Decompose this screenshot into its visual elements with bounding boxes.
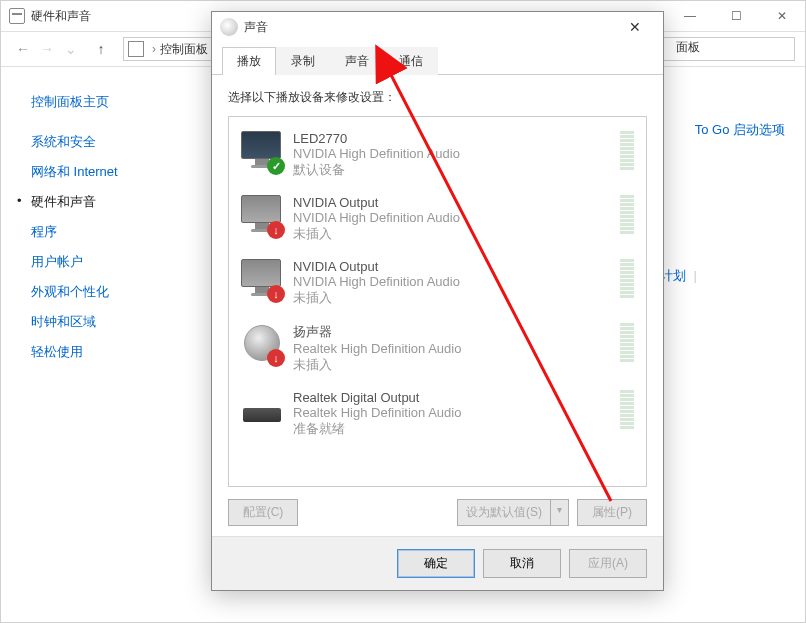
device-name: NVIDIA Output: [293, 195, 612, 210]
tab-playback[interactable]: 播放: [222, 47, 276, 75]
bg-window-title: 硬件和声音: [31, 8, 91, 25]
device-list[interactable]: ✓ LED2770 NVIDIA High Definition Audio 默…: [228, 116, 647, 487]
monitor-icon: ↓: [241, 195, 283, 237]
maximize-button[interactable]: ☐: [713, 1, 759, 31]
device-name: Realtek Digital Output: [293, 390, 612, 405]
sidebar-item-hardware[interactable]: 硬件和声音: [31, 187, 201, 217]
dropdown-caret-icon[interactable]: ▾: [550, 500, 568, 525]
level-meter: [620, 259, 634, 298]
level-meter: [620, 131, 634, 170]
level-meter: [620, 195, 634, 234]
tab-recording[interactable]: 录制: [276, 47, 330, 75]
close-bg-button[interactable]: ✕: [759, 1, 805, 31]
unplugged-overlay-icon: ↓: [267, 221, 285, 239]
device-desc: NVIDIA High Definition Audio: [293, 210, 612, 225]
monitor-icon: ✓: [241, 131, 283, 173]
unplugged-overlay-icon: ↓: [267, 349, 285, 367]
device-desc: Realtek High Definition Audio: [293, 341, 612, 356]
sidebar-item-access[interactable]: 轻松使用: [31, 337, 201, 367]
set-default-button[interactable]: 设为默认值(S) ▾: [457, 499, 569, 526]
window-icon: [9, 8, 25, 24]
cancel-button[interactable]: 取消: [483, 549, 561, 578]
device-name: NVIDIA Output: [293, 259, 612, 274]
device-item[interactable]: ↓ 扬声器 Realtek High Definition Audio 未插入: [233, 315, 642, 382]
sidebar-item-system[interactable]: 系统和安全: [31, 127, 201, 157]
sidebar-item-appearance[interactable]: 外观和个性化: [31, 277, 201, 307]
device-status: 未插入: [293, 356, 612, 374]
device-desc: Realtek High Definition Audio: [293, 405, 612, 420]
tab-sounds[interactable]: 声音: [330, 47, 384, 75]
nav-forward-icon[interactable]: →: [35, 41, 59, 57]
device-status: 未插入: [293, 289, 612, 307]
level-meter: [620, 390, 634, 429]
minimize-button[interactable]: —: [667, 1, 713, 31]
sound-dialog-icon: [220, 18, 238, 36]
speaker-icon: ↓: [241, 323, 283, 365]
tab-strip: 播放 录制 声音 通信: [212, 46, 663, 75]
dialog-title: 声音: [244, 19, 268, 36]
divider: |: [694, 268, 697, 283]
unplugged-overlay-icon: ↓: [267, 285, 285, 303]
address-icon: [128, 41, 144, 57]
properties-button[interactable]: 属性(P): [577, 499, 647, 526]
digital-output-icon: [241, 390, 283, 432]
dialog-footer: 确定 取消 应用(A): [212, 536, 663, 590]
set-default-label: 设为默认值(S): [458, 500, 550, 525]
breadcrumb-caret: ›: [152, 42, 156, 56]
nav-back-icon[interactable]: ←: [11, 41, 35, 57]
apply-button[interactable]: 应用(A): [569, 549, 647, 578]
monitor-icon: ↓: [241, 259, 283, 301]
configure-button[interactable]: 配置(C): [228, 499, 298, 526]
bg-link-plan[interactable]: 计划: [660, 268, 686, 283]
bg-link-togo[interactable]: To Go 启动选项: [695, 121, 785, 139]
nav-history-icon[interactable]: ⌄: [59, 41, 83, 57]
sidebar-item-accounts[interactable]: 用户帐户: [31, 247, 201, 277]
nav-up-icon[interactable]: ↑: [89, 41, 113, 57]
level-meter: [620, 323, 634, 362]
device-name: LED2770: [293, 131, 612, 146]
dialog-close-button[interactable]: ✕: [615, 19, 655, 35]
breadcrumb-item[interactable]: 控制面板: [160, 41, 208, 58]
sidebar-header[interactable]: 控制面板主页: [31, 87, 201, 117]
device-item[interactable]: ✓ LED2770 NVIDIA High Definition Audio 默…: [233, 123, 642, 187]
bg-breadcrumb-tail: 面板: [676, 39, 700, 56]
instruction-text: 选择以下播放设备来修改设置：: [228, 89, 647, 106]
sidebar-item-network[interactable]: 网络和 Internet: [31, 157, 201, 187]
tab-communications[interactable]: 通信: [384, 47, 438, 75]
device-desc: NVIDIA High Definition Audio: [293, 274, 612, 289]
ok-button[interactable]: 确定: [397, 549, 475, 578]
sidebar-item-clock[interactable]: 时钟和区域: [31, 307, 201, 337]
device-name: 扬声器: [293, 323, 612, 341]
device-status: 默认设备: [293, 161, 612, 179]
dialog-titlebar: 声音 ✕: [212, 12, 663, 42]
device-item[interactable]: ↓ NVIDIA Output NVIDIA High Definition A…: [233, 187, 642, 251]
device-item[interactable]: ↓ NVIDIA Output NVIDIA High Definition A…: [233, 251, 642, 315]
device-item[interactable]: Realtek Digital Output Realtek High Defi…: [233, 382, 642, 446]
device-status: 准备就绪: [293, 420, 612, 438]
check-overlay-icon: ✓: [267, 157, 285, 175]
device-status: 未插入: [293, 225, 612, 243]
sidebar: 控制面板主页 系统和安全 网络和 Internet 硬件和声音 程序 用户帐户 …: [1, 67, 201, 622]
sidebar-item-programs[interactable]: 程序: [31, 217, 201, 247]
device-desc: NVIDIA High Definition Audio: [293, 146, 612, 161]
sound-dialog: 声音 ✕ 播放 录制 声音 通信 选择以下播放设备来修改设置： ✓ LED277…: [211, 11, 664, 591]
